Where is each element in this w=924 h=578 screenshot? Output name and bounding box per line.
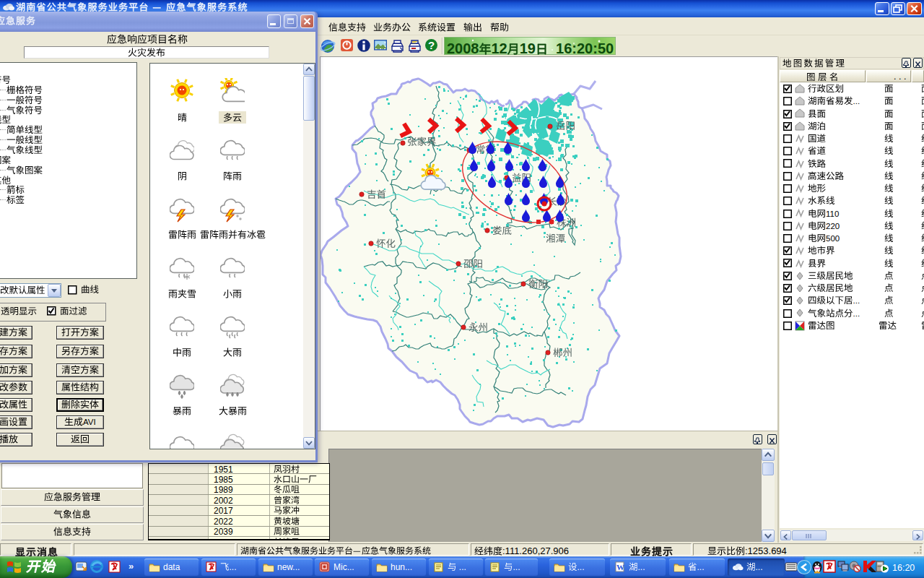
svg-text:W: W (616, 563, 624, 571)
svg-text:»: » (128, 561, 134, 571)
svg-text:?: ? (428, 39, 435, 51)
svg-text:2045: 2045 (214, 537, 233, 539)
